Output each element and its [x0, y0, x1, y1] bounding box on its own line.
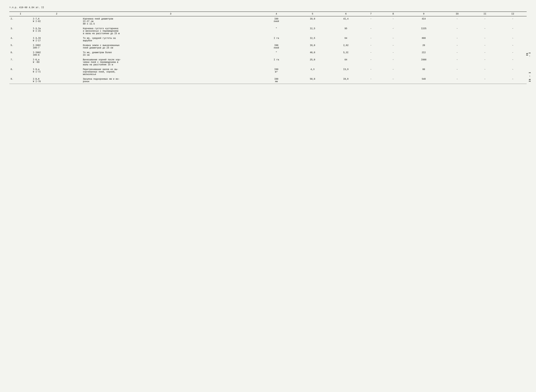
cell-5-4: 25,0: [293, 57, 332, 67]
table-row: 5.I-I08I I09-7Осивка земли с выкорчеванн…: [9, 43, 527, 50]
cell-5-7: -: [382, 57, 404, 67]
cell-4-2: То же, диаметром более 24 см: [82, 50, 260, 57]
table-row: 9.I-8,6 ¥ I-70Засыпка подкорневых ям и в…: [9, 77, 527, 84]
cell-2-7: -: [382, 36, 404, 43]
side-label-row-4: I5 ─ I: [526, 51, 531, 57]
cell-7-4: 50,0: [293, 77, 332, 84]
cell-7-7: -: [382, 77, 404, 84]
cell-0-5: 4I,4: [332, 16, 360, 26]
cell-0-6: -: [360, 16, 382, 26]
cell-0-8: 4I4: [404, 16, 443, 26]
cell-2-6: -: [360, 36, 382, 43]
cell-1-6: -: [360, 26, 382, 36]
table-row: 4.I-3,I0 ¥ I-I7То же, средней густоты на…: [9, 36, 527, 43]
cell-5-6: -: [360, 57, 382, 67]
col-header-9: 9: [404, 12, 443, 16]
cell-5-9: -: [443, 57, 471, 67]
cell-6-4: 4,3: [293, 67, 332, 77]
column-headers: I 2 3 4 5 6 7 8 9 IO II I2: [9, 12, 527, 16]
cell-3-6: -: [360, 43, 382, 50]
cell-2-8: 800: [404, 36, 443, 43]
cell-1-7: -: [382, 26, 404, 36]
cell-0-7: -: [382, 16, 404, 26]
cell-3-8: 26: [404, 43, 443, 50]
cell-2-5: 64: [332, 36, 360, 43]
cell-3-11: -: [499, 43, 527, 50]
cell-5-10: -: [471, 57, 499, 67]
cell-6-9: -: [443, 67, 471, 77]
cell-4-9: -: [443, 50, 471, 57]
cell-6-3: I00 м³: [260, 67, 293, 77]
cell-0-9: -: [443, 16, 471, 26]
col-header-12: I2: [499, 12, 527, 16]
cell-5-0: 7.: [9, 57, 32, 67]
col-header-4: 4: [260, 12, 293, 16]
cell-0-3: I00 пней: [260, 16, 293, 26]
cell-2-0: 4.: [9, 36, 32, 43]
cell-4-0: 6.: [9, 50, 32, 57]
cell-1-5: 95: [332, 26, 360, 36]
cell-7-9: -: [443, 77, 471, 84]
cell-3-2: Осивка земли с выкорчеванных пней диамет…: [82, 43, 260, 50]
table-row: 2.I-7,6 ¥ I-6IКорчевка пней диаметром 2I…: [9, 16, 527, 26]
cell-4-11: -I5 ─ I: [499, 50, 527, 57]
cell-5-2: Вычесывание корней после кор- чевки пней…: [82, 57, 260, 67]
cell-5-11: -: [499, 57, 527, 67]
cell-5-5: 64: [332, 57, 360, 67]
table-row: 6.I-I082 I09-8То же, диаметром более 24 …: [9, 50, 527, 57]
cell-1-4: I2,5: [293, 26, 332, 36]
cell-4-4: 40,0: [293, 50, 332, 57]
cell-6-10: -: [471, 67, 499, 77]
cell-1-11: -: [499, 26, 527, 36]
cell-4-10: -: [471, 50, 499, 57]
col-header-5: 5: [293, 12, 332, 16]
cell-3-5: 2,62: [332, 43, 360, 50]
cell-6-0: 8.: [9, 67, 32, 77]
cell-7-0: 9.: [9, 77, 32, 84]
cell-5-1: I-6,a ¥ -69: [32, 57, 82, 67]
cell-0-10: -: [471, 16, 499, 26]
cell-7-3: I00 ям: [260, 77, 293, 84]
cell-7-10: -: [471, 77, 499, 84]
cell-4-8: 2I2: [404, 50, 443, 57]
col-header-11: II: [471, 12, 499, 16]
cell-0-0: 2.: [9, 16, 32, 26]
cell-3-9: -: [443, 43, 471, 50]
cell-6-5: I3,9: [332, 67, 360, 77]
table-row: 8.I-9,a ¥ I-7IПеретряхивание валов из вы…: [9, 67, 527, 77]
cell-1-0: 3.: [9, 26, 32, 36]
cell-7-5: I0,8: [332, 77, 360, 84]
table-row: 7.I-6,a ¥ -69Вычесывание корней после ко…: [9, 57, 527, 67]
cell-2-9: -: [443, 36, 471, 43]
side-label: I5 ─ I: [529, 72, 531, 82]
cell-7-6: -: [360, 77, 382, 84]
cell-1-3: ": [260, 26, 293, 36]
cell-4-3: ": [260, 50, 293, 57]
cell-1-8: I225: [404, 26, 443, 36]
cell-5-8: I600: [404, 57, 443, 67]
cell-6-8: 60: [404, 67, 443, 77]
cell-4-7: -: [382, 50, 404, 57]
cell-4-1: I-I082 I09-8: [32, 50, 82, 57]
cell-3-10: -: [471, 43, 499, 50]
col-header-10: IO: [443, 12, 471, 16]
cell-5-3: I га: [260, 57, 293, 67]
cell-2-4: I2,5: [293, 36, 332, 43]
cell-7-1: I-8,6 ¥ I-70: [32, 77, 82, 84]
cell-6-11: -: [499, 67, 527, 77]
cell-2-2: То же, средней густоты на вырубке: [82, 36, 260, 43]
cell-3-4: I0,0: [293, 43, 332, 50]
cell-2-1: I-3,I0 ¥ I-I7: [32, 36, 82, 43]
table-row: 3.I-3,Ia ¥ I-I5Корчевка густого кустарни…: [9, 26, 527, 36]
cell-3-7: -: [382, 43, 404, 50]
cell-0-1: I-7,6 ¥ I-6I: [32, 16, 82, 26]
cell-1-1: I-3,Ia ¥ I-I5: [32, 26, 82, 36]
cell-4-5: 5,3I: [332, 50, 360, 57]
cell-4-6: -: [360, 50, 382, 57]
cell-6-7: -: [382, 67, 404, 77]
col-header-2: 2: [32, 12, 82, 16]
cell-0-4: I0,0: [293, 16, 332, 26]
cell-1-10: -: [471, 26, 499, 36]
main-table: I 2 3 4 5 6 7 8 9 IO II I2 2.I-7,6 ¥ I-6…: [9, 12, 527, 84]
col-header-1: I: [9, 12, 32, 16]
